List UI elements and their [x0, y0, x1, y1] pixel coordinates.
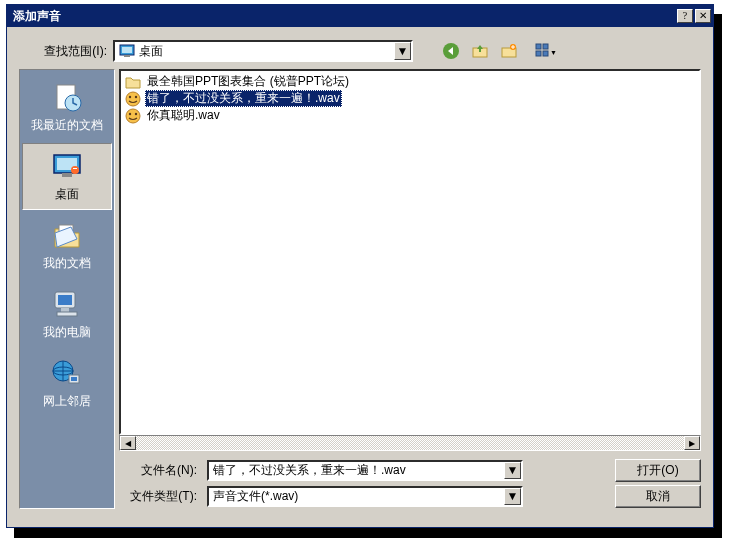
places-mycomputer-label: 我的电脑: [43, 324, 91, 341]
folder-icon: [125, 74, 141, 90]
svg-rect-15: [62, 173, 72, 177]
view-icon: [535, 43, 551, 59]
file-name: 最全韩国PPT图表集合 (锐普PPT论坛): [145, 73, 351, 90]
svg-rect-20: [58, 295, 72, 305]
help-button[interactable]: ?: [677, 9, 693, 23]
filetype-label: 文件类型(T):: [119, 488, 197, 505]
places-network[interactable]: 网上邻居: [22, 350, 112, 417]
mydocs-icon: [51, 219, 83, 251]
filetype-dropdown-button[interactable]: ▼: [504, 488, 521, 505]
svg-rect-22: [57, 312, 77, 316]
list-item[interactable]: 你真聪明.wav: [123, 107, 697, 124]
up-button[interactable]: [468, 40, 491, 62]
network-icon: [51, 357, 83, 389]
dialog-window: 添加声音 ? ✕ 查找范围(I): 桌面 ▼: [6, 4, 714, 528]
audio-file-icon: [125, 108, 141, 124]
svg-rect-7: [536, 44, 541, 49]
places-desktop-label: 桌面: [55, 186, 79, 203]
back-arrow-icon: [442, 42, 460, 60]
scroll-right-button[interactable]: ▶: [684, 436, 700, 450]
audio-file-icon: [125, 91, 141, 107]
desktop-icon: [119, 43, 135, 59]
svg-point-29: [135, 95, 137, 97]
back-button[interactable]: [439, 40, 462, 62]
svg-rect-10: [543, 51, 548, 56]
svg-point-16: [71, 166, 79, 174]
file-name: 错了，不过没关系，重来一遍！.wav: [145, 90, 342, 107]
filetype-value: 声音文件(*.wav): [213, 488, 298, 505]
list-item[interactable]: 错了，不过没关系，重来一遍！.wav: [123, 90, 697, 107]
places-recent[interactable]: 我最近的文档: [22, 74, 112, 141]
filetype-combobox[interactable]: 声音文件(*.wav) ▼: [207, 486, 523, 507]
lookin-dropdown-button[interactable]: ▼: [394, 42, 411, 60]
svg-rect-9: [536, 51, 541, 56]
filename-label: 文件名(N):: [119, 462, 197, 479]
filename-combobox[interactable]: 错了，不过没关系，重来一遍！.wav ▼: [207, 460, 523, 481]
filename-value: 错了，不过没关系，重来一遍！.wav: [213, 462, 406, 479]
new-folder-button[interactable]: [497, 40, 520, 62]
lookin-combobox[interactable]: 桌面 ▼: [113, 40, 413, 62]
svg-rect-1: [122, 47, 132, 53]
lookin-label: 查找范围(I):: [19, 43, 107, 60]
close-button[interactable]: ✕: [695, 9, 711, 23]
open-button[interactable]: 打开(O): [615, 459, 701, 482]
svg-point-31: [129, 112, 131, 114]
lookin-value: 桌面: [139, 43, 163, 60]
svg-rect-26: [71, 377, 77, 381]
places-desktop[interactable]: 桌面: [22, 143, 112, 210]
file-list[interactable]: 最全韩国PPT图表集合 (锐普PPT论坛) 错了，不过没关系，重来一遍！.wav…: [119, 69, 701, 435]
scroll-track[interactable]: [136, 436, 684, 450]
horizontal-scrollbar[interactable]: ◀ ▶: [119, 435, 701, 451]
svg-point-32: [135, 112, 137, 114]
svg-rect-8: [543, 44, 548, 49]
file-name: 你真聪明.wav: [145, 107, 222, 124]
svg-point-30: [126, 109, 140, 123]
list-item[interactable]: 最全韩国PPT图表集合 (锐普PPT论坛): [123, 73, 697, 90]
svg-point-27: [126, 92, 140, 106]
svg-rect-17: [73, 168, 77, 169]
view-menu-button[interactable]: [526, 40, 560, 62]
desktop-big-icon: [51, 150, 83, 182]
window-title: 添加声音: [13, 8, 677, 25]
places-mydocs[interactable]: 我的文档: [22, 212, 112, 279]
new-folder-icon: [500, 42, 518, 60]
places-recent-label: 我最近的文档: [31, 117, 103, 134]
svg-rect-21: [61, 308, 69, 312]
computer-icon: [51, 288, 83, 320]
filename-dropdown-button[interactable]: ▼: [504, 462, 521, 479]
scroll-left-button[interactable]: ◀: [120, 436, 136, 450]
titlebar: 添加声音 ? ✕: [7, 5, 713, 27]
places-bar: 我最近的文档 桌面 我的文档 我的电脑 网上邻居: [19, 69, 115, 509]
svg-rect-2: [124, 55, 130, 57]
folder-up-icon: [471, 42, 489, 60]
places-network-label: 网上邻居: [43, 393, 91, 410]
cancel-button[interactable]: 取消: [615, 485, 701, 508]
places-mydocs-label: 我的文档: [43, 255, 91, 272]
recent-docs-icon: [51, 81, 83, 113]
places-mycomputer[interactable]: 我的电脑: [22, 281, 112, 348]
svg-point-28: [129, 95, 131, 97]
